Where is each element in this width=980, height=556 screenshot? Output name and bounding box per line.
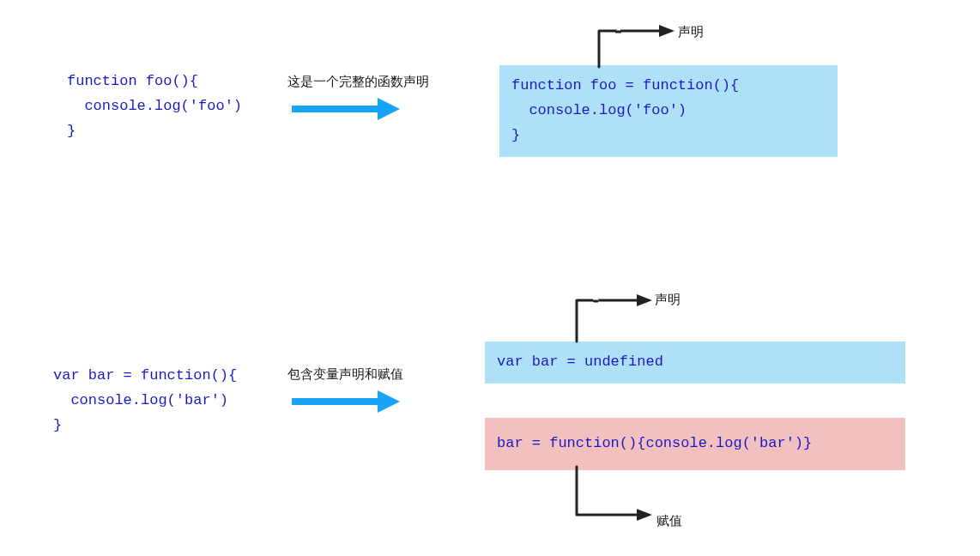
example1-annotation: 这是一个完整的函数声明 [287, 74, 429, 90]
example1-result-box: function foo = function(){ console.log('… [499, 65, 838, 157]
example2-declaration-box: var bar = undefined [485, 341, 905, 384]
sketch-arrow-up-icon [570, 285, 656, 345]
sketch-arrow-up-icon [592, 17, 678, 69]
svg-marker-2 [637, 509, 652, 521]
example1-declaration-label: 声明 [678, 24, 704, 40]
example2-source-code: var bar = function(){ console.log('bar')… [53, 364, 276, 438]
example2-declaration-label: 声明 [655, 292, 681, 308]
arrow-right-icon [292, 396, 400, 408]
example1-source-code: function foo(){ console.log('foo') } [67, 70, 264, 144]
arrow-right-icon [292, 103, 400, 115]
example2-annotation: 包含变量声明和赋值 [287, 366, 403, 383]
svg-marker-0 [659, 25, 675, 37]
example2-assignment-label: 赋值 [656, 513, 682, 529]
sketch-arrow-down-icon [570, 463, 656, 525]
svg-marker-1 [637, 294, 652, 306]
example2-assignment-box: bar = function(){console.log('bar')} [485, 418, 905, 470]
